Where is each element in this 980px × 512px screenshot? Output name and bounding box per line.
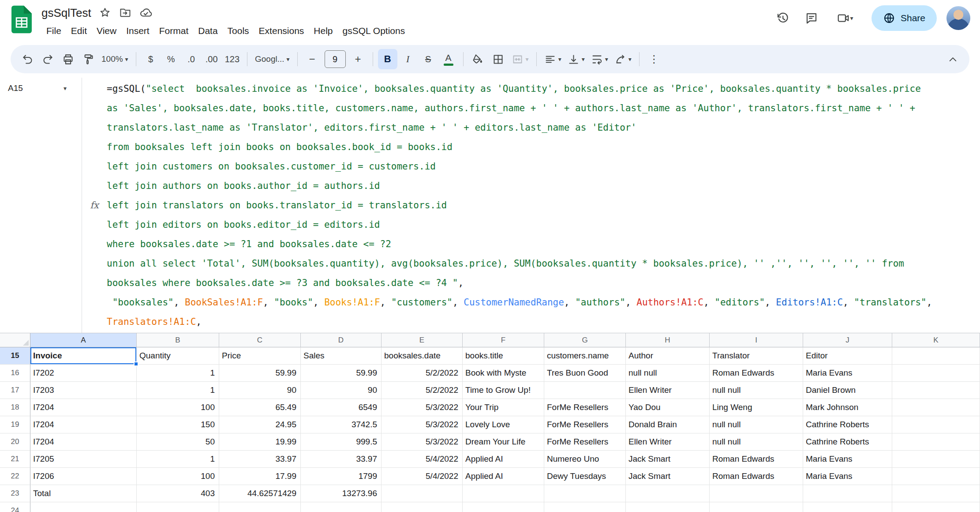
move-folder-icon[interactable] bbox=[119, 6, 132, 19]
cell-B17[interactable]: 1 bbox=[137, 382, 219, 399]
cell-A20[interactable]: I7204 bbox=[30, 433, 137, 451]
cell-D22[interactable]: 1799 bbox=[301, 468, 382, 485]
cell-H15[interactable]: Author bbox=[626, 347, 710, 365]
cell-J24[interactable] bbox=[803, 502, 892, 512]
cell-A17[interactable]: I7203 bbox=[30, 382, 137, 399]
cell-C17[interactable]: 90 bbox=[219, 382, 301, 399]
column-header-G[interactable]: G bbox=[544, 333, 626, 347]
column-header-E[interactable]: E bbox=[382, 333, 463, 347]
cell-G19[interactable]: ForMe Resellers bbox=[544, 416, 626, 433]
cell-A22[interactable]: I7206 bbox=[30, 468, 137, 485]
cell-K21[interactable] bbox=[892, 451, 980, 468]
cell-J19[interactable]: Cathrine Roberts bbox=[803, 416, 892, 433]
collapse-toolbar-button[interactable] bbox=[943, 49, 962, 69]
cell-E20[interactable]: 5/3/2022 bbox=[382, 433, 463, 451]
cell-B22[interactable]: 100 bbox=[137, 468, 219, 485]
cell-E18[interactable]: 5/3/2022 bbox=[382, 399, 463, 416]
cell-F24[interactable] bbox=[463, 502, 544, 512]
cell-I22[interactable]: Roman Edwards bbox=[710, 468, 803, 485]
cell-K17[interactable] bbox=[892, 382, 980, 399]
cell-F19[interactable]: Lovely Love bbox=[463, 416, 544, 433]
cell-C20[interactable]: 19.99 bbox=[219, 433, 301, 451]
cell-F18[interactable]: Your Trip bbox=[463, 399, 544, 416]
cell-C16[interactable]: 59.99 bbox=[219, 365, 301, 382]
cell-G16[interactable]: Tres Buon Good bbox=[544, 365, 626, 382]
column-header-J[interactable]: J bbox=[803, 333, 892, 347]
row-header-23[interactable]: 23 bbox=[0, 485, 30, 502]
print-button[interactable] bbox=[58, 49, 78, 69]
star-icon[interactable] bbox=[98, 6, 112, 19]
strikethrough-button[interactable]: S bbox=[419, 49, 438, 69]
menu-gssql-options[interactable]: gsSQL Options bbox=[338, 24, 410, 38]
cell-G21[interactable]: Numereo Uno bbox=[544, 451, 626, 468]
cell-D23[interactable]: 13273.96 bbox=[301, 485, 382, 502]
cell-A21[interactable]: I7205 bbox=[30, 451, 137, 468]
decrease-font-size-button[interactable]: − bbox=[303, 49, 322, 69]
cell-K24[interactable] bbox=[892, 502, 980, 512]
version-history-button[interactable] bbox=[771, 7, 794, 30]
cell-H21[interactable]: Jack Smart bbox=[626, 451, 710, 468]
cell-G22[interactable]: Dewy Tuesdays bbox=[544, 468, 626, 485]
cell-E17[interactable]: 5/2/2022 bbox=[382, 382, 463, 399]
cell-B18[interactable]: 100 bbox=[137, 399, 219, 416]
cell-K23[interactable] bbox=[892, 485, 980, 502]
menu-data[interactable]: Data bbox=[193, 24, 222, 38]
cell-I21[interactable]: Roman Edwards bbox=[710, 451, 803, 468]
cell-B21[interactable]: 1 bbox=[137, 451, 219, 468]
format-percent-button[interactable]: % bbox=[161, 49, 181, 69]
cell-E22[interactable]: 5/4/2022 bbox=[382, 468, 463, 485]
cell-H20[interactable]: Ellen Writer bbox=[626, 433, 710, 451]
cell-D17[interactable]: 90 bbox=[301, 382, 382, 399]
column-header-H[interactable]: H bbox=[626, 333, 710, 347]
fill-handle[interactable] bbox=[134, 361, 138, 366]
column-header-I[interactable]: I bbox=[710, 333, 803, 347]
cell-C23[interactable]: 44.62571429 bbox=[219, 485, 301, 502]
menu-extensions[interactable]: Extensions bbox=[254, 24, 309, 38]
cell-C24[interactable] bbox=[219, 502, 301, 512]
row-header-18[interactable]: 18 bbox=[0, 399, 30, 416]
bold-button[interactable]: B bbox=[378, 49, 397, 69]
cell-J18[interactable]: Mark Johnson bbox=[803, 399, 892, 416]
column-header-B[interactable]: B bbox=[137, 333, 219, 347]
cell-C22[interactable]: 17.99 bbox=[219, 468, 301, 485]
cell-J22[interactable]: Maria Evans bbox=[803, 468, 892, 485]
row-header-15[interactable]: 15 bbox=[0, 347, 30, 365]
cell-H18[interactable]: Yao Dou bbox=[626, 399, 710, 416]
cell-J16[interactable]: Maria Evans bbox=[803, 365, 892, 382]
merge-cells-button[interactable]: ▾ bbox=[509, 49, 531, 69]
cell-J15[interactable]: Editor bbox=[803, 347, 892, 365]
cell-E21[interactable]: 5/4/2022 bbox=[382, 451, 463, 468]
increase-decimal-button[interactable]: .00 bbox=[202, 49, 221, 69]
cell-A18[interactable]: I7204 bbox=[30, 399, 137, 416]
row-header-19[interactable]: 19 bbox=[0, 416, 30, 433]
cell-F17[interactable]: Time to Grow Up! bbox=[463, 382, 544, 399]
cell-D24[interactable] bbox=[301, 502, 382, 512]
menu-view[interactable]: View bbox=[92, 24, 121, 38]
cell-H19[interactable]: Donald Brain bbox=[626, 416, 710, 433]
document-title[interactable]: gsSqlTest bbox=[41, 6, 91, 20]
row-header-17[interactable]: 17 bbox=[0, 382, 30, 399]
cell-H22[interactable]: Jack Smart bbox=[626, 468, 710, 485]
cell-G15[interactable]: customers.name bbox=[544, 347, 626, 365]
column-header-C[interactable]: C bbox=[219, 333, 301, 347]
cell-A16[interactable]: I7202 bbox=[30, 365, 137, 382]
cell-K15[interactable] bbox=[892, 347, 980, 365]
menu-insert[interactable]: Insert bbox=[121, 24, 154, 38]
cell-G24[interactable] bbox=[544, 502, 626, 512]
cell-G23[interactable] bbox=[544, 485, 626, 502]
cell-F16[interactable]: Book with Myste bbox=[463, 365, 544, 382]
cell-D18[interactable]: 6549 bbox=[301, 399, 382, 416]
cell-B19[interactable]: 150 bbox=[137, 416, 219, 433]
column-header-K[interactable]: K bbox=[892, 333, 980, 347]
menu-edit[interactable]: Edit bbox=[66, 24, 92, 38]
text-rotation-button[interactable]: ▾ bbox=[612, 49, 634, 69]
cell-B15[interactable]: Quantity bbox=[137, 347, 219, 365]
cell-J17[interactable]: Daniel Brown bbox=[803, 382, 892, 399]
cell-A24[interactable] bbox=[30, 502, 137, 512]
vertical-align-button[interactable]: ▾ bbox=[565, 49, 587, 69]
row-header-16[interactable]: 16 bbox=[0, 365, 30, 382]
share-button[interactable]: Share bbox=[872, 5, 937, 31]
cell-I16[interactable]: Roman Edwards bbox=[710, 365, 803, 382]
cell-J20[interactable]: Cathrine Roberts bbox=[803, 433, 892, 451]
row-header-21[interactable]: 21 bbox=[0, 451, 30, 468]
